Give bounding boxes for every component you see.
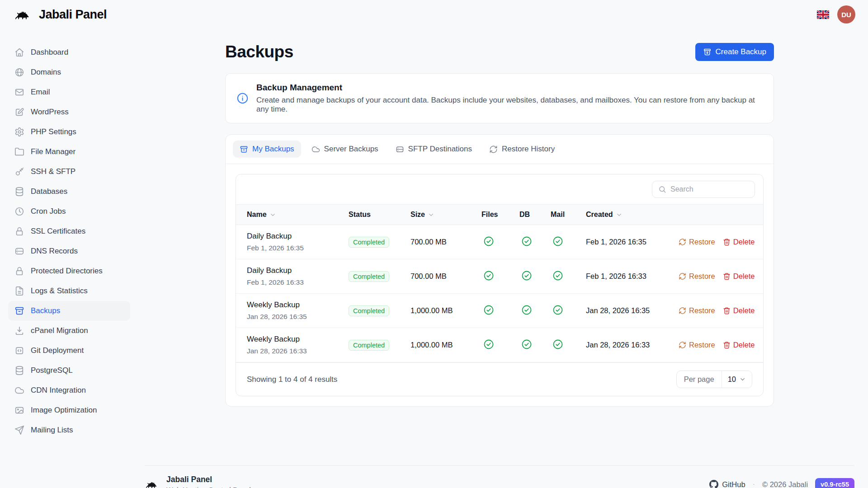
sidebar-item-label: Databases <box>31 187 67 196</box>
delete-button[interactable]: Delete <box>723 238 755 246</box>
sidebar-item-email[interactable]: Email <box>8 82 130 102</box>
restore-button[interactable]: Restore <box>679 306 715 315</box>
status-cell: Completed <box>349 271 410 282</box>
search-input[interactable] <box>670 185 749 193</box>
db-check-circle-icon <box>521 305 532 315</box>
status-cell: Completed <box>349 237 410 248</box>
delete-button[interactable]: Delete <box>723 341 755 349</box>
sort-chevron-down-icon[interactable] <box>616 211 623 218</box>
sidebar-item-wordpress[interactable]: WordPress <box>8 102 130 122</box>
sidebar-item-icon <box>14 326 24 336</box>
sidebar: Dashboard Domains Email WordPress PHP Se… <box>0 29 138 440</box>
sidebar-item-databases[interactable]: Databases <box>8 182 130 202</box>
status-badge: Completed <box>349 237 389 248</box>
sidebar-item-cron-jobs[interactable]: Cron Jobs <box>8 202 130 221</box>
create-backup-button[interactable]: Create Backup <box>695 43 774 61</box>
tab-my-backups[interactable]: My Backups <box>233 141 301 158</box>
sidebar-item-git-deployment[interactable]: Git Deployment <box>8 341 130 361</box>
sort-chevron-down-icon[interactable] <box>269 211 276 218</box>
db-check-circle-icon <box>521 339 532 350</box>
table-column-header-created: Created <box>586 211 679 219</box>
sidebar-item-dashboard[interactable]: Dashboard <box>8 42 130 62</box>
size-cell: 700.00 MB <box>410 272 481 281</box>
language-flag-icon[interactable] <box>817 10 829 19</box>
app-brand: Jabali Panel <box>14 6 107 23</box>
created-cell: Feb 1, 2026 16:33 <box>586 272 679 281</box>
restore-button[interactable]: Restore <box>679 341 715 349</box>
trash-icon <box>723 307 731 314</box>
sidebar-item-icon <box>14 47 24 57</box>
sort-chevron-down-icon[interactable] <box>428 211 434 218</box>
row-actions: Restore Delete <box>679 341 755 349</box>
tab-sftp-destinations[interactable]: SFTP Destinations <box>389 141 479 158</box>
row-actions: Restore Delete <box>679 306 755 315</box>
sidebar-item-icon <box>14 405 24 415</box>
tab-label: My Backups <box>252 145 294 154</box>
sidebar-item-cdn-integration[interactable]: CDN Integration <box>8 380 130 400</box>
search-icon <box>658 185 666 193</box>
db-check-circle-icon <box>521 236 532 247</box>
backup-date: Jan 28, 2026 16:33 <box>247 347 349 355</box>
trash-icon <box>723 272 731 280</box>
sidebar-item-postgresql[interactable]: PostgreSQL <box>8 361 130 380</box>
restore-refresh-icon <box>679 341 686 349</box>
sidebar-item-label: Domains <box>31 68 61 77</box>
sidebar-item-protected-directories[interactable]: Protected Directories <box>8 261 130 281</box>
db-cell <box>519 339 551 352</box>
sidebar-item-icon <box>14 127 24 137</box>
sidebar-item-icon <box>14 246 24 256</box>
db-check-circle-icon <box>521 270 532 281</box>
sidebar-item-domains[interactable]: Domains <box>8 62 130 82</box>
sidebar-item-label: SSH & SFTP <box>31 167 75 176</box>
sidebar-item-cpanel-migration[interactable]: cPanel Migration <box>8 321 130 341</box>
tab-label: Server Backups <box>324 145 378 154</box>
backup-name-cell: Daily Backup Feb 1, 2026 16:33 <box>247 266 349 286</box>
sidebar-item-dns-records[interactable]: DNS Records <box>8 241 130 261</box>
db-cell <box>519 270 551 283</box>
tab-server-backups[interactable]: Server Backups <box>305 141 385 158</box>
backups-panel: My Backups Server Backups SFTP Destinati… <box>225 134 774 407</box>
sidebar-item-file-manager[interactable]: File Manager <box>8 142 130 162</box>
row-actions: Restore Delete <box>679 272 755 281</box>
sidebar-item-logs-statistics[interactable]: Logs & Statistics <box>8 281 130 301</box>
backup-date: Feb 1, 2026 16:35 <box>247 244 349 252</box>
restore-button[interactable]: Restore <box>679 272 715 281</box>
files-check-circle-icon <box>483 236 494 247</box>
sidebar-item-backups[interactable]: Backups <box>8 301 130 321</box>
tab-label: SFTP Destinations <box>408 145 472 154</box>
trash-icon <box>723 238 731 246</box>
status-badge: Completed <box>349 271 389 282</box>
app-title: Jabali Panel <box>39 8 107 22</box>
per-page-select[interactable]: 10 <box>722 371 752 388</box>
sidebar-item-icon <box>14 167 24 177</box>
restore-button[interactable]: Restore <box>679 238 715 246</box>
sidebar-item-label: PHP Settings <box>31 127 76 136</box>
tab-restore-history[interactable]: Restore History <box>482 141 561 158</box>
backup-info-banner: Backup Management Create and manage back… <box>225 73 774 123</box>
column-label: Mail <box>551 211 565 219</box>
sidebar-item-label: Protected Directories <box>31 267 103 276</box>
sidebar-item-mailing-lists[interactable]: Mailing Lists <box>8 420 130 440</box>
page-footer: Jabali Panel Web Hosting Control Panel G… <box>145 465 854 488</box>
column-label: Size <box>410 211 425 219</box>
tab-icon <box>396 145 404 154</box>
table-header-row: Name Status Size <box>236 204 763 225</box>
sidebar-item-icon <box>14 425 24 435</box>
delete-button[interactable]: Delete <box>723 306 755 315</box>
mail-check-circle-icon <box>552 339 563 350</box>
column-label: Created <box>586 211 613 219</box>
sidebar-item-label: Dashboard <box>31 48 68 57</box>
sidebar-item-image-optimization[interactable]: Image Optimization <box>8 400 130 420</box>
row-actions: Restore Delete <box>679 238 755 246</box>
sidebar-item-ssh-sftp[interactable]: SSH & SFTP <box>8 162 130 182</box>
sidebar-item-ssl-certificates[interactable]: SSL Certificates <box>8 221 130 241</box>
sidebar-item-label: Email <box>31 88 50 97</box>
user-avatar[interactable]: DU <box>837 5 855 23</box>
size-cell: 1,000.00 MB <box>410 306 481 315</box>
sidebar-item-php-settings[interactable]: PHP Settings <box>8 122 130 142</box>
sidebar-item-label: WordPress <box>31 108 69 117</box>
mail-cell <box>551 236 586 249</box>
delete-button[interactable]: Delete <box>723 272 755 281</box>
column-label: Status <box>349 211 371 219</box>
github-link[interactable]: GitHub <box>709 480 745 488</box>
